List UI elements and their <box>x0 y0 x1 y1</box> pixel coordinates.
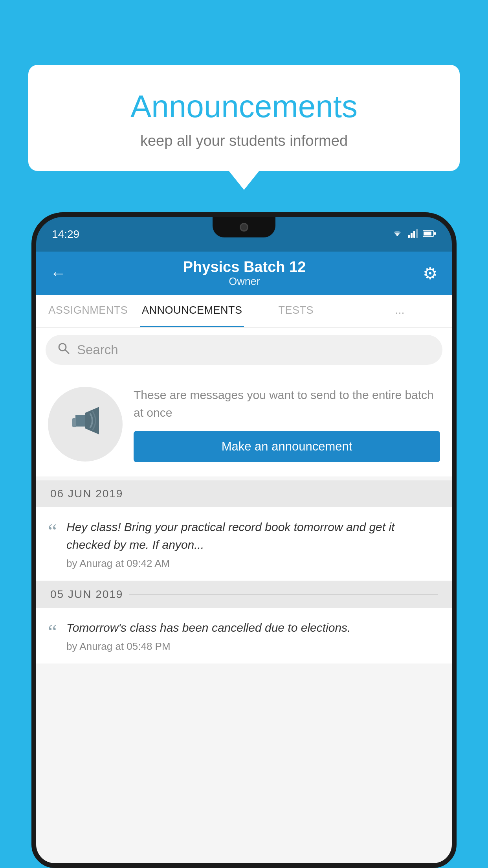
announcement-item-1[interactable]: “ Hey class! Bring your practical record… <box>36 507 452 581</box>
announcement-message-2: Tomorrow's class has been cancelled due … <box>66 619 440 636</box>
volume-down-button <box>31 331 35 362</box>
status-bar: 14:29 <box>36 217 452 252</box>
search-icon <box>57 342 70 358</box>
tab-announcements[interactable]: ANNOUNCEMENTS <box>140 295 244 327</box>
batch-name: Physics Batch 12 <box>183 259 306 276</box>
tab-more[interactable]: ... <box>348 295 452 327</box>
tab-tests[interactable]: TESTS <box>244 295 348 327</box>
announcement-desc: These are messages you want to send to t… <box>134 386 440 421</box>
date-separator-1: 06 JUN 2019 <box>36 480 452 507</box>
date-label-1: 06 JUN 2019 <box>50 487 123 500</box>
svg-rect-11 <box>72 418 76 427</box>
announcement-message-1: Hey class! Bring your practical record b… <box>66 518 440 554</box>
make-announcement-button[interactable]: Make an announcement <box>134 431 440 462</box>
svg-rect-3 <box>416 229 418 238</box>
back-button[interactable]: ← <box>50 265 66 282</box>
svg-rect-0 <box>408 235 410 238</box>
announcements-subtitle: keep all your students informed <box>52 132 436 149</box>
volume-up-button <box>31 296 35 319</box>
search-placeholder: Search <box>77 342 118 357</box>
announcement-prompt: These are messages you want to send to t… <box>36 372 452 476</box>
tabs-bar: ASSIGNMENTS ANNOUNCEMENTS TESTS ... <box>36 295 452 328</box>
svg-marker-9 <box>75 415 85 427</box>
quote-icon-1: “ <box>48 521 57 542</box>
quote-icon-2: “ <box>48 622 57 642</box>
phone-frame: 14:29 <box>31 212 457 868</box>
app-header: ← Physics Batch 12 Owner ⚙ <box>36 252 452 295</box>
date-line-2 <box>129 594 438 595</box>
speech-bubble: Announcements keep all your students inf… <box>28 65 460 171</box>
date-line-1 <box>129 494 438 494</box>
notch <box>213 217 275 237</box>
svg-rect-1 <box>411 233 413 238</box>
date-label-2: 05 JUN 2019 <box>50 588 123 601</box>
announcement-author-2: by Anurag at 05:48 PM <box>66 640 440 653</box>
status-time: 14:29 <box>52 228 79 241</box>
announcement-text-2: Tomorrow's class has been cancelled due … <box>66 619 440 653</box>
wifi-icon <box>391 229 403 239</box>
header-title-area: Physics Batch 12 Owner <box>183 259 306 288</box>
megaphone-icon <box>68 403 103 446</box>
power-button <box>453 319 457 351</box>
tab-assignments[interactable]: ASSIGNMENTS <box>36 295 140 327</box>
settings-button[interactable]: ⚙ <box>423 264 438 283</box>
speech-bubble-container: Announcements keep all your students inf… <box>28 65 460 171</box>
megaphone-circle <box>48 387 123 462</box>
phone-content: Search These are <box>36 328 452 863</box>
silent-button <box>31 374 35 406</box>
announcement-author-1: by Anurag at 09:42 AM <box>66 557 440 570</box>
svg-rect-2 <box>413 231 415 238</box>
signal-icon <box>408 229 418 239</box>
status-icons <box>391 229 436 239</box>
announcement-right: These are messages you want to send to t… <box>134 386 440 462</box>
svg-rect-6 <box>434 232 436 235</box>
svg-line-8 <box>65 350 69 353</box>
announcement-item-2[interactable]: “ Tomorrow's class has been cancelled du… <box>36 608 452 664</box>
owner-label: Owner <box>183 276 306 288</box>
announcements-title: Announcements <box>52 88 436 125</box>
battery-icon <box>423 230 436 239</box>
date-separator-2: 05 JUN 2019 <box>36 581 452 608</box>
search-bar-wrapper: Search <box>36 328 452 372</box>
svg-rect-5 <box>424 232 431 235</box>
announcement-text-1: Hey class! Bring your practical record b… <box>66 518 440 570</box>
search-bar[interactable]: Search <box>46 335 442 365</box>
front-camera <box>240 223 248 232</box>
